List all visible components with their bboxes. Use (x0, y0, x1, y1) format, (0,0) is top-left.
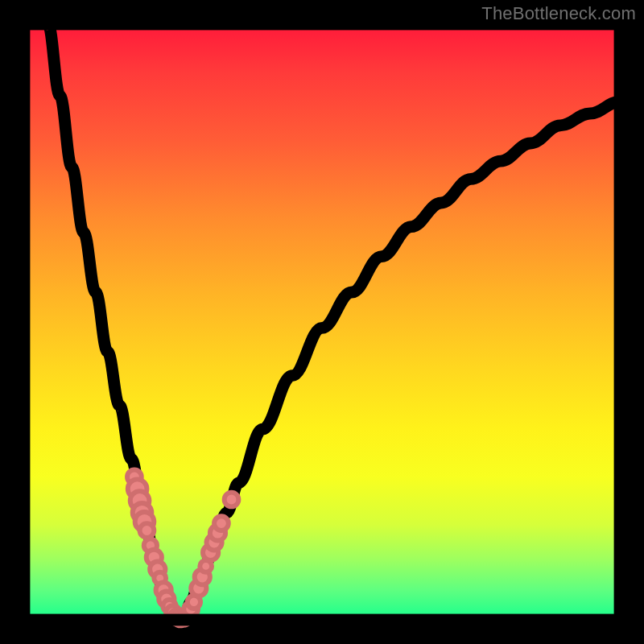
bottleneck-chart (24, 24, 620, 620)
curve-marker (214, 516, 229, 530)
curve-left-branch (48, 24, 180, 620)
watermark-text: TheBottleneck.com (481, 3, 636, 24)
curve-right-branch (179, 101, 620, 620)
curve-markers (127, 470, 238, 626)
curve-marker (140, 523, 155, 538)
curve-marker (225, 493, 239, 507)
